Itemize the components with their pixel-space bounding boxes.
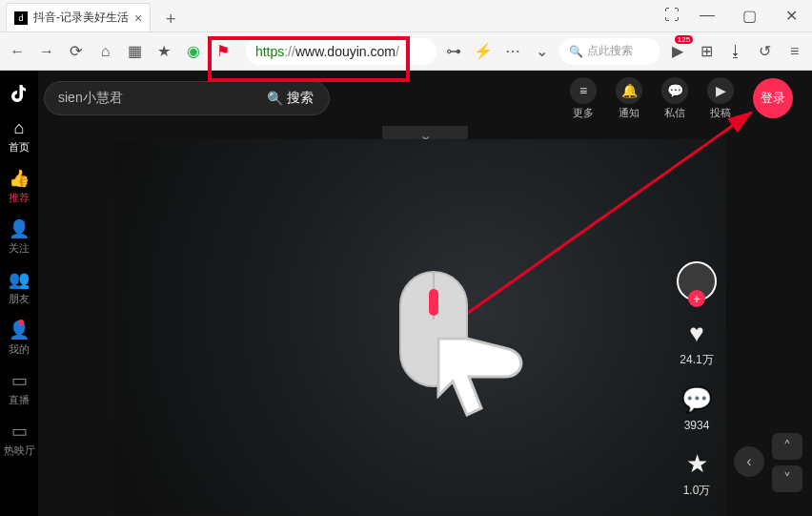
tab-close-icon[interactable]: × [134,10,142,26]
search-button[interactable]: 🔍搜索 [257,86,323,111]
like-count: 24.1万 [680,352,713,368]
sidebar-item-friends[interactable]: 👥朋友 [9,269,30,306]
chat-icon: 💬 [661,77,688,104]
reload-icon[interactable]: ⟳ [64,39,88,64]
nav-forward-icon[interactable]: → [35,39,59,64]
extension-icon[interactable]: ⛶ [658,0,686,31]
extensions-button[interactable]: ▶ [665,39,689,64]
briefcase-icon[interactable]: ▦ [123,39,147,64]
tab-favicon: d [14,11,28,25]
douyin-logo-icon [8,80,30,105]
download-icon[interactable]: ⭳ [724,39,748,64]
chevron-down-icon[interactable]: ⌄ [530,39,554,64]
search-icon: 🔍 [267,91,283,106]
top-action-notice[interactable]: 🔔通知 [616,77,642,120]
comment-count: 3934 [684,419,710,432]
bolt-icon[interactable]: ⚡ [472,39,496,64]
login-button[interactable]: 登录 [753,78,793,118]
sidebar-item-follow[interactable]: 👤关注 [9,218,30,256]
next-video-button[interactable]: ˅ [772,465,802,492]
browser-search-placeholder: 点此搜索 [587,43,633,59]
tab-title: 抖音-记录美好生活 [33,10,129,26]
url-protocol: https [255,44,284,59]
top-action-label: 私信 [664,106,685,120]
maximize-button[interactable]: ▢ [728,0,770,31]
sidebar-item-home[interactable]: ⌂首页 [9,118,30,155]
history-icon[interactable]: ↺ [754,39,778,64]
sidebar-item-label: 朋友 [9,292,30,306]
sidebar-item-label: 首页 [9,140,30,155]
more-icon[interactable]: ⋯ [500,39,524,64]
home-icon[interactable]: ⌂ [93,39,117,64]
top-action-label: 通知 [619,106,639,120]
follow-plus-icon[interactable]: + [688,290,705,307]
url-sep: :// [284,44,295,59]
app-root: ⌂首页 👍推荐 👤关注 👥朋友 👤我的 ▭直播 ▭热映厅 sien小慧君 🔍搜索… [0,71,812,516]
film-icon: ▭ [11,421,28,442]
favorites-icon[interactable]: ★ [152,39,176,64]
prev-video-button[interactable]: ˄ [772,433,802,460]
sidebar-item-mine[interactable]: 👤我的 [9,320,30,357]
minimize-button[interactable]: — [686,0,728,31]
home-icon: ⌂ [14,118,25,138]
browser-search-box[interactable]: 🔍 点此搜索 [559,38,660,65]
sidebar-item-live[interactable]: ▭直播 [9,370,30,407]
top-action-msg[interactable]: 💬私信 [661,77,688,120]
search-text: sien小慧君 [58,90,123,107]
favorite-count: 1.0万 [683,483,711,499]
top-action-label: 更多 [573,106,594,120]
browser-toolbar: ← → ⟳ ⌂ ▦ ★ ◉ ⚑ https://www.douyin.com/ … [0,32,812,71]
video-nav-arrows: ˄ ˅ [772,433,802,492]
sidebar: ⌂首页 👍推荐 👤关注 👥朋友 👤我的 ▭直播 ▭热映厅 [0,71,38,516]
sidebar-item-label: 直播 [9,393,30,407]
sidebar-item-label: 我的 [9,342,30,357]
top-actions: ≡更多 🔔通知 💬私信 ▶投稿 登录 [570,77,793,120]
star-icon: ★ [686,449,708,479]
url-host: www.douyin.com [295,44,396,59]
video-action-rail: + ♥24.1万 💬3934 ★1.0万 ↪ [677,261,717,516]
author-avatar[interactable]: + [677,261,717,301]
comment-button[interactable]: 💬3934 [681,385,712,432]
video-icon: ▶ [707,77,734,104]
thumbs-up-icon: 👍 [9,168,30,189]
favorite-button[interactable]: ★1.0万 [683,449,711,499]
sidebar-item-hot[interactable]: ▭热映厅 [4,421,35,458]
people-icon: 👥 [9,269,30,290]
main-area: sien小慧君 🔍搜索 ≡更多 🔔通知 💬私信 ▶投稿 登录 ⌄ + ♥24.1… [38,71,812,516]
search-button-label: 搜索 [287,90,314,107]
url-bar[interactable]: https://www.douyin.com/ [246,38,436,65]
person-plus-icon: 👤 [9,218,30,239]
browser-tab[interactable]: d 抖音-记录美好生活 × [6,3,151,31]
top-action-more[interactable]: ≡更多 [570,77,597,120]
sidebar-item-label: 热映厅 [4,444,35,458]
comment-icon: 💬 [681,385,712,415]
tv-icon: ▭ [11,370,28,391]
search-icon: 🔍 [569,45,583,58]
menu-icon[interactable]: ≡ [782,39,806,64]
notification-dot-icon [18,320,24,325]
shield-icon[interactable]: ◉ [181,39,205,64]
video-back-button[interactable]: ‹ [734,446,764,477]
login-label: 登录 [761,90,785,107]
sidebar-item-recommend[interactable]: 👍推荐 [9,168,30,205]
nav-back-icon[interactable]: ← [6,39,30,64]
video-player[interactable] [112,139,726,516]
app-topbar: sien小慧君 🔍搜索 ≡更多 🔔通知 💬私信 ▶投稿 登录 [38,71,812,126]
close-window-button[interactable]: ✕ [770,0,812,31]
sidebar-item-label: 推荐 [9,191,30,205]
video-frame [112,139,726,516]
top-action-label: 投稿 [710,106,731,120]
key-icon[interactable]: ⊶ [442,39,466,64]
menu-icon: ≡ [570,77,597,104]
apps-grid-icon[interactable]: ⊞ [695,39,719,64]
flag-icon[interactable]: ⚑ [211,39,234,64]
top-action-upload[interactable]: ▶投稿 [707,77,734,120]
app-search-input[interactable]: sien小慧君 🔍搜索 [44,81,330,115]
sidebar-item-label: 关注 [9,241,30,256]
bell-icon: 🔔 [616,77,642,104]
url-trail: / [396,44,399,59]
heart-icon: ♥ [689,319,703,348]
like-button[interactable]: ♥24.1万 [680,319,713,368]
new-tab-button[interactable]: + [158,7,183,31]
browser-titlebar: d 抖音-记录美好生活 × + ⛶ — ▢ ✕ [0,0,812,32]
